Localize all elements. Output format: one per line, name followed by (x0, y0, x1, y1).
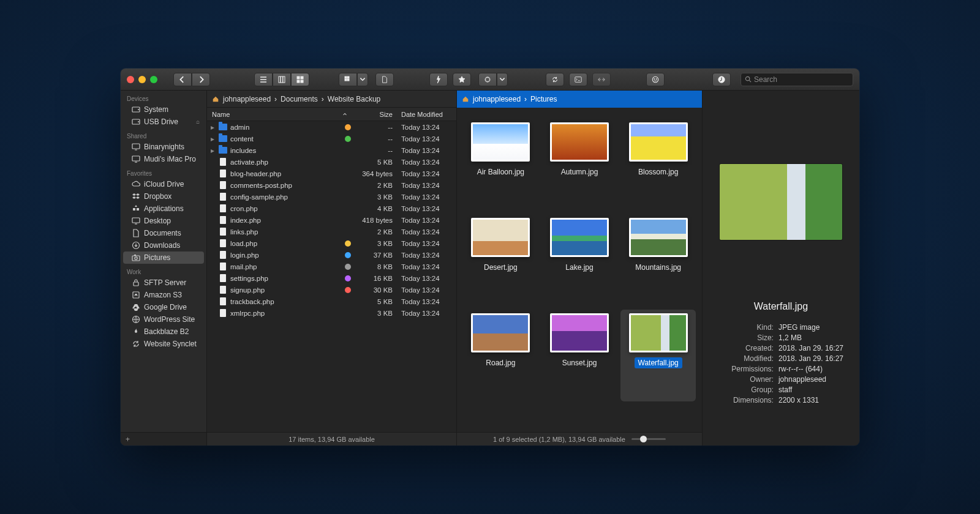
favorite-button[interactable] (453, 73, 471, 86)
folder-row[interactable]: ▸admin--Today 13:24 (207, 121, 456, 133)
file-row[interactable]: signup.php30 KBToday 13:24 (207, 284, 456, 296)
file-row[interactable]: cron.php4 KBToday 13:24 (207, 203, 456, 214)
sidebar-item[interactable]: Amazon S3 (123, 289, 204, 301)
view-columns-button[interactable] (273, 73, 291, 86)
file-row[interactable]: config-sample.php3 KBToday 13:24 (207, 191, 456, 203)
quick-open-button[interactable] (429, 73, 448, 86)
disclosure-icon[interactable]: ▸ (207, 135, 218, 143)
sidebar-item[interactable]: SFTP Server (123, 277, 204, 289)
thumbnail-cell[interactable]: Lake.jpg (542, 214, 617, 306)
thumbnail-cell[interactable]: Air Balloon.jpg (463, 119, 538, 210)
crumb[interactable]: Website Backup (328, 95, 381, 103)
sidebar-item[interactable]: Google Drive (123, 301, 204, 313)
close-icon[interactable] (127, 76, 134, 83)
file-list[interactable]: ▸admin--Today 13:24▸content--Today 13:24… (207, 121, 456, 432)
sidebar-item[interactable]: Pictures (123, 251, 204, 264)
breadcrumb-left[interactable]: johnappleseed›Documents›Website Backup (207, 91, 456, 108)
zoom-icon[interactable] (150, 76, 157, 83)
sidebar-add-button[interactable]: + (121, 432, 206, 445)
sidebar-item[interactable]: System (123, 103, 204, 116)
thumbnail-cell[interactable]: Blossom.jpg (620, 119, 696, 210)
file-row[interactable]: blog-header.php364 bytesToday 13:24 (207, 168, 456, 179)
file-date: Today 13:24 (398, 193, 456, 201)
actions-button[interactable] (478, 73, 497, 86)
sidebar-item[interactable]: Binarynights (123, 141, 204, 153)
sidebar-item[interactable]: Documents (123, 227, 204, 239)
minimize-icon[interactable] (138, 76, 146, 83)
crumb[interactable]: johnappleseed (223, 95, 271, 103)
file-row[interactable]: settings.php16 KBToday 13:24 (207, 272, 456, 284)
search-input[interactable]: Search (741, 73, 853, 86)
file-row[interactable]: index.php418 bytesToday 13:24 (207, 214, 456, 226)
preview-title: Waterfall.jpg (754, 301, 808, 312)
thumbnail-cell[interactable]: Waterfall.jpg (620, 310, 696, 401)
sidebar-item[interactable]: Website Synclet (123, 338, 204, 350)
arrange-menu-button[interactable] (357, 73, 368, 86)
view-list-button[interactable] (254, 73, 273, 86)
folder-row[interactable]: ▸content--Today 13:24 (207, 133, 456, 144)
new-file-button[interactable] (375, 73, 394, 86)
file-size: 5 KB (353, 298, 398, 305)
thumbnail-grid[interactable]: Air Balloon.jpgAutumn.jpgBlossom.jpgDese… (457, 108, 702, 432)
nav-back-button[interactable] (173, 73, 192, 86)
meta-key: Dimensions: (718, 396, 774, 404)
crumb[interactable]: Documents (281, 95, 318, 103)
activity-button[interactable] (712, 73, 731, 86)
breadcrumb-right[interactable]: johnappleseed›Pictures (457, 91, 702, 108)
svg-point-19 (138, 109, 139, 110)
thumbnail-cell[interactable]: Autumn.jpg (542, 119, 617, 210)
sidebar-item[interactable]: Dropbox (123, 190, 204, 203)
sidebar-item[interactable]: WordPress Site (123, 313, 204, 326)
disclosure-icon[interactable]: ▸ (207, 146, 218, 155)
file-row[interactable]: links.php2 KBToday 13:24 (207, 226, 456, 237)
file-date: Today 13:24 (398, 263, 456, 270)
file-row[interactable]: activate.php5 KBToday 13:24 (207, 156, 456, 168)
sidebar-item[interactable]: Applications (123, 203, 204, 215)
file-size: 37 KB (353, 251, 398, 259)
sidebar-item[interactable]: Backblaze B2 (123, 326, 204, 338)
col-name[interactable]: Name (212, 111, 230, 118)
sidebar-item-label: Mudi's iMac Pro (144, 155, 196, 163)
sync-button[interactable] (546, 73, 564, 86)
col-date[interactable]: Date Modified (401, 111, 443, 118)
thumbnail-caption: Blossom.jpg (635, 166, 682, 177)
svg-rect-1 (281, 76, 283, 83)
thumbnail-cell[interactable]: Mountains.jpg (620, 214, 696, 306)
file-row[interactable]: comments-post.php2 KBToday 13:24 (207, 179, 456, 191)
crumb[interactable]: johnappleseed (473, 95, 521, 103)
sidebar-item[interactable]: Downloads (123, 239, 204, 251)
right-pane: johnappleseed›Pictures Air Balloon.jpgAu… (457, 91, 703, 445)
sidebar-item[interactable]: Desktop (123, 215, 204, 227)
file-row[interactable]: trackback.php5 KBToday 13:24 (207, 296, 456, 307)
disclosure-icon[interactable]: ▸ (207, 123, 218, 132)
col-size[interactable]: Size (380, 111, 393, 118)
file-row[interactable]: mail.php8 KBToday 13:24 (207, 261, 456, 272)
sidebar-item[interactable]: iCloud Drive (123, 178, 204, 190)
file-row[interactable]: load.php3 KBToday 13:24 (207, 237, 456, 249)
file-row[interactable]: xmlrpc.php3 KBToday 13:24 (207, 307, 456, 319)
file-row[interactable]: login.php37 KBToday 13:24 (207, 249, 456, 261)
nav-forward-button[interactable] (192, 73, 210, 86)
thumb-size-slider[interactable] (631, 438, 666, 440)
actions-menu-button[interactable] (497, 73, 508, 86)
terminal-button[interactable] (569, 73, 587, 86)
view-icons-button[interactable] (291, 73, 309, 86)
sidebar-item[interactable]: USB Drive (123, 116, 204, 128)
sidebar-header: Work (121, 264, 206, 277)
thumbnail-cell[interactable]: Desert.jpg (463, 214, 538, 306)
crumb[interactable]: Pictures (530, 95, 557, 103)
column-headers[interactable]: Name Size Date Modified (207, 108, 456, 121)
compare-button[interactable] (592, 73, 611, 86)
folder-row[interactable]: ▸includes--Today 13:24 (207, 144, 456, 156)
file-date: Today 13:24 (398, 217, 456, 224)
arrange-button[interactable] (339, 73, 357, 86)
file-icon (218, 169, 228, 178)
svg-rect-10 (347, 79, 349, 81)
sidebar-item[interactable]: Mudi's iMac Pro (123, 153, 204, 165)
sidebar-item-label: WordPress Site (144, 315, 195, 324)
emoji-button[interactable] (646, 73, 665, 86)
file-name: blog-header.php (228, 170, 345, 177)
eject-icon[interactable] (195, 119, 200, 124)
thumbnail-cell[interactable]: Sunset.jpg (542, 310, 617, 401)
thumbnail-cell[interactable]: Road.jpg (463, 310, 538, 401)
